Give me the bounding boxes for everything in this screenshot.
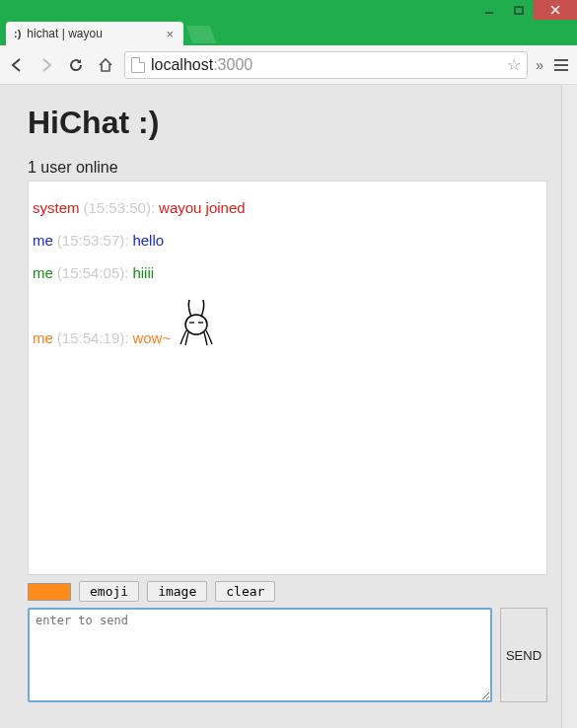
hamburger-menu-icon[interactable] (551, 56, 571, 74)
page-icon (131, 57, 145, 73)
tab-close-icon[interactable]: × (166, 27, 174, 41)
message-row: me(15:54:19):wow~ (29, 289, 546, 354)
close-button[interactable] (534, 0, 577, 20)
send-button[interactable]: SEND (500, 608, 547, 702)
back-button[interactable] (6, 54, 28, 76)
message-row: me(15:54:05):hiiii (29, 256, 546, 289)
browser-window: :) hichat | wayou × localhost:3000 ☆ » (0, 0, 577, 728)
tab-favicon-icon: :) (14, 28, 21, 39)
clear-button[interactable]: clear (215, 581, 275, 602)
user-count: 1 user online (28, 159, 547, 177)
compose-row: SEND (28, 608, 547, 702)
bunny-emoji-icon (175, 297, 218, 346)
message-row: me(15:53:57):hello (29, 224, 546, 256)
color-picker[interactable] (28, 583, 71, 601)
message-text: wayou joined (159, 199, 246, 216)
tab-strip: :) hichat | wayou × (0, 20, 577, 45)
message-time: (15:54:05): (57, 264, 129, 281)
new-tab-button[interactable] (186, 26, 217, 43)
tab-active[interactable]: :) hichat | wayou × (6, 22, 183, 45)
message-row: system(15:53:50):wayou joined (29, 191, 546, 224)
home-button[interactable] (95, 54, 116, 76)
reload-button[interactable] (65, 54, 87, 76)
overflow-chevron-icon[interactable]: » (536, 57, 543, 73)
url-port: :3000 (213, 56, 252, 73)
window-title-bar (0, 0, 577, 20)
bookmark-star-icon[interactable]: ☆ (507, 55, 521, 74)
minimize-button[interactable] (474, 0, 504, 20)
svg-rect-1 (515, 7, 523, 14)
message-input[interactable] (28, 608, 492, 702)
url-host: localhost (151, 56, 213, 73)
message-sender: me (33, 264, 53, 281)
message-list: system(15:53:50):wayou joinedme(15:53:57… (28, 181, 547, 575)
maximize-button[interactable] (504, 0, 534, 20)
message-text: hello (132, 232, 164, 249)
vertical-scrollbar[interactable] (561, 85, 577, 728)
page-content: HiChat :) 1 user online system(15:53:50)… (0, 85, 577, 728)
compose-toolbar: emoji image clear (28, 575, 547, 608)
url-input[interactable]: localhost:3000 ☆ (124, 51, 528, 79)
message-sender: me (33, 329, 53, 346)
svg-point-4 (185, 315, 207, 334)
tab-title: hichat | wayou (27, 27, 103, 40)
message-time: (15:53:50): (84, 199, 156, 216)
message-sender: system (33, 199, 80, 216)
message-sender: me (33, 232, 53, 249)
message-time: (15:53:57): (57, 232, 129, 249)
emoji-button[interactable]: emoji (79, 581, 139, 602)
app-title: HiChat :) (28, 105, 547, 141)
message-text: wow~ (132, 329, 171, 346)
forward-button[interactable] (36, 54, 57, 76)
address-bar: localhost:3000 ☆ » (0, 45, 577, 85)
message-time: (15:54:19): (57, 329, 129, 346)
image-button[interactable]: image (147, 581, 207, 602)
message-text: hiiii (132, 264, 154, 281)
